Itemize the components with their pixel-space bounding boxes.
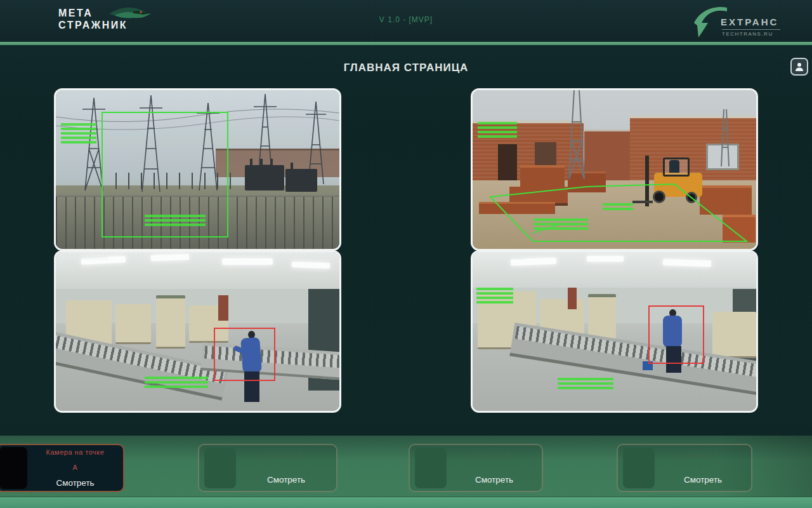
detection-box-red bbox=[648, 305, 704, 364]
detection-annotation bbox=[61, 123, 96, 144]
camera-card-label: Камера Б bbox=[270, 451, 303, 459]
header-separator bbox=[0, 42, 812, 45]
machinery-cabinet bbox=[712, 312, 756, 358]
camera-thumbnail bbox=[415, 448, 447, 488]
detection-annotation bbox=[145, 377, 208, 389]
bottom-bar: Камера на точке А Смотреть Камера Б Смот… bbox=[0, 436, 812, 508]
detection-annotation bbox=[558, 378, 613, 390]
camera-feed-factory-b[interactable] bbox=[471, 250, 758, 413]
camera-feed-substation[interactable] bbox=[54, 88, 341, 251]
camera-card-a-active[interactable]: Камера на точке А Смотреть bbox=[0, 444, 124, 492]
camera-card-v[interactable]: Камера В Смотреть bbox=[409, 444, 543, 492]
app-root: МЕТА СТРАЖНИК V 1.0 - [MVP] ЕХТРАНС TECH… bbox=[0, 0, 812, 508]
ceiling-light bbox=[222, 258, 273, 265]
watch-button[interactable]: Смотреть bbox=[267, 475, 305, 485]
camera-watermark bbox=[479, 256, 525, 260]
camera-card-b[interactable]: Камера Б Смотреть bbox=[198, 444, 337, 492]
techtrans-name: ЕХТРАНС bbox=[721, 17, 778, 27]
machinery-cabinet bbox=[115, 304, 151, 344]
brand-divider bbox=[722, 29, 780, 30]
watch-button[interactable]: Смотреть bbox=[56, 478, 94, 488]
camera-watermark bbox=[62, 256, 108, 260]
camera-thumbnail bbox=[204, 448, 236, 488]
camera-feed-brickyard[interactable] bbox=[471, 88, 758, 251]
machinery-unit-red bbox=[568, 288, 577, 309]
camera-thumbnail bbox=[623, 448, 655, 488]
user-profile-button[interactable] bbox=[790, 58, 808, 76]
bottom-strip bbox=[0, 497, 812, 508]
camera-card-label: Камера В bbox=[478, 451, 511, 459]
detection-annotation bbox=[603, 203, 633, 210]
version-label: V 1.0 - [MVP] bbox=[0, 15, 812, 24]
watch-button[interactable]: Смотреть bbox=[475, 475, 513, 485]
page-title: ГЛАВНАЯ СТРАНИЦА bbox=[0, 62, 812, 74]
user-icon bbox=[794, 62, 804, 72]
techtrans-logo: ЕХТРАНС TECHTRANS.RU bbox=[693, 4, 788, 39]
machinery-unit-red bbox=[218, 295, 228, 321]
camera-thumbnail bbox=[0, 447, 27, 489]
detection-annotation bbox=[145, 215, 206, 227]
ceiling-light bbox=[587, 256, 624, 262]
header: МЕТА СТРАЖНИК V 1.0 - [MVP] ЕХТРАНС TECH… bbox=[0, 0, 812, 41]
camera-card-label: Камера на точке bbox=[46, 448, 105, 456]
watch-button[interactable]: Смотреть bbox=[684, 475, 722, 485]
camera-card-label: А bbox=[73, 464, 78, 471]
detection-annotation bbox=[478, 122, 517, 138]
detection-annotation bbox=[476, 288, 513, 304]
techtrans-domain: TECHTRANS.RU bbox=[722, 31, 773, 37]
camera-feed-factory-a[interactable] bbox=[54, 250, 341, 413]
detection-box-red bbox=[214, 328, 275, 381]
camera-card-g[interactable]: Камера Г Смотреть bbox=[617, 444, 752, 492]
detection-annotation bbox=[534, 218, 588, 231]
camera-card-label: Камера Г bbox=[686, 451, 719, 459]
detection-polygon bbox=[473, 90, 756, 249]
machinery-cabinet bbox=[156, 295, 185, 349]
